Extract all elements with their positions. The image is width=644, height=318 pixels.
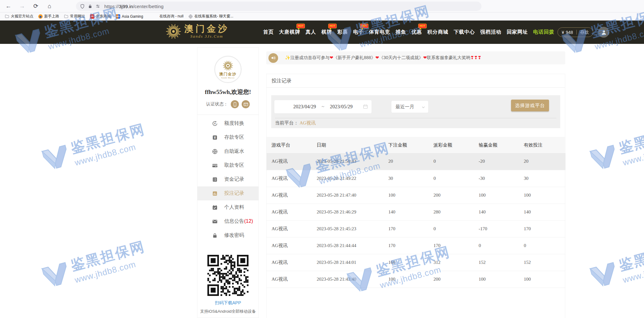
bookmark-label: Asia Gaming [122, 14, 143, 19]
cell-payout-amount: 200 [429, 187, 474, 203]
sidebar-item-自助返水[interactable]: 自助返水 [197, 144, 258, 158]
bookmark-item[interactable]: 火狐官方站点 [5, 14, 33, 19]
hot-badge: HOT [360, 24, 368, 28]
sidebar-item-label: 投注记录 [224, 190, 244, 197]
nav-item-积分商城[interactable]: 积分商城 [427, 29, 448, 35]
lock-icon[interactable] [88, 4, 92, 9]
bookmark-label: 火狐官方站点 [11, 14, 33, 19]
column-header: 下注金额 [383, 137, 429, 153]
bookmark-label: 在线客服系统- 聊天窗... [194, 14, 233, 19]
cell-bet-amount: 140 [383, 203, 429, 220]
cell-date: 2023-05-28 21:45:23 [312, 220, 383, 237]
svg-text:¥: ¥ [214, 122, 216, 125]
sun-logo-icon [166, 24, 181, 39]
profile-icon [212, 204, 218, 211]
bookmark-item[interactable]: 在线客服系统- 聊天窗... [188, 14, 233, 19]
phone-icon[interactable] [231, 100, 239, 108]
cell-bet-amount: 170 [383, 220, 429, 237]
select-platform-button[interactable]: 选择游戏平台 [511, 100, 549, 111]
sidebar-item-资金记录[interactable]: 资金记录 [197, 172, 258, 186]
cell-platform: AG视讯 [267, 271, 312, 288]
deposit-label: 存款 [580, 30, 589, 35]
table-row: AG视讯2023-05-28 21:47:40100200100100 [267, 187, 566, 203]
wallet-pill[interactable]: ¥948 存款 [557, 27, 593, 37]
cell-bet-amount: 160 [383, 254, 429, 271]
funds-icon [212, 176, 218, 183]
cell-payout-amount: 0 [429, 170, 474, 187]
sidebar-item-信息公告[interactable]: 信息公告(12) [197, 214, 258, 228]
forward-button[interactable]: → [17, 2, 27, 11]
sidebar-item-label: 自助返水 [224, 148, 244, 155]
cell-bet-amount: 20 [383, 153, 429, 170]
bookmark-item[interactable]: 在线咨询 - null [159, 14, 183, 19]
nav-item-棋牌[interactable]: 棋牌HOT [321, 29, 332, 35]
cell-platform: AG视讯 [267, 187, 312, 203]
range-select[interactable]: 最近一月 [391, 101, 428, 113]
sidebar-item-存款专区[interactable]: ¥存款专区 [197, 130, 258, 144]
nav-item-大唐棋牌[interactable]: 大唐棋牌HOT [279, 29, 300, 35]
sun-logo-icon [223, 60, 233, 71]
sidebar-item-额度转换[interactable]: ¥额度转换 [197, 116, 258, 130]
cell-platform: AG视讯 [267, 254, 312, 271]
user-avatar-button[interactable] [598, 27, 609, 38]
back-button[interactable]: ← [3, 2, 14, 11]
nav-item-电子[interactable]: 电子HOT [353, 29, 364, 35]
watermark-url: www.jhdb8.com [74, 256, 150, 285]
sidebar-item-投注记录[interactable]: 投注记录 [197, 186, 258, 200]
watermark-logo-icon [587, 259, 622, 292]
folder-icon [5, 14, 9, 19]
cell-platform: AG视讯 [267, 237, 312, 254]
nav-item-回家网址[interactable]: 回家网址 [507, 29, 528, 35]
watermark-url: www.jhdb8.com [622, 256, 644, 285]
sidebar-item-个人资料[interactable]: 个人资料 [197, 200, 258, 214]
watermark-url: www.jhdb8.com [74, 139, 150, 168]
cell-bet-amount: 30 [383, 170, 429, 187]
auth-status-row: 认证状态： [197, 100, 258, 108]
nav-item-首页[interactable]: 首页 [263, 29, 274, 35]
cell-platform: AG视讯 [267, 170, 312, 187]
sidebar-item-修改密码[interactable]: 修改密码 [197, 228, 258, 242]
home-button[interactable]: ⌂ [44, 2, 55, 11]
sidebar-item-取款专区[interactable]: 取款专区 [197, 158, 258, 172]
bookmarks-bar: 火狐官方站点新手上路常用网址JD京东商城AGAsia Gaming在线咨询 - … [0, 12, 644, 21]
date-separator: ~ [322, 104, 324, 110]
nav-item-优惠[interactable]: 优惠HOT [411, 29, 422, 35]
nav-item-彩票[interactable]: 彩票 [337, 29, 348, 35]
site-logo[interactable]: 澳门金沙 Sands 3Js.Com [166, 24, 229, 39]
nav-item-捕鱼[interactable]: 捕鱼 [395, 29, 406, 35]
bookmark-item[interactable]: AGAsia Gaming [116, 14, 143, 19]
announcement-bar: ✨注册成功首存可参与❤《新手开户豪礼888》❤《30天内十二项成就》❤联系客服拿… [266, 51, 565, 64]
nav-item-下载中心[interactable]: 下载中心 [454, 29, 475, 35]
bookmark-item[interactable]: 常用网址 [64, 14, 85, 19]
divider [197, 115, 258, 115]
nav-item-真人[interactable]: 真人 [305, 29, 316, 35]
sidebar-item-label: 存款专区 [224, 134, 244, 141]
shield-icon[interactable] [80, 4, 85, 9]
lock-icon [212, 232, 218, 239]
watermark-logo-icon [587, 141, 622, 175]
cell-bet-amount: 170 [383, 237, 429, 254]
reload-button[interactable]: ⟳ [31, 2, 41, 11]
permissions-icon[interactable] [95, 4, 100, 9]
withdraw-icon [212, 162, 218, 169]
main-nav: 首页大唐棋牌HOT真人棋牌HOT彩票电子HOT体育电竞捕鱼优惠HOT积分商城下载… [263, 21, 554, 44]
nav-item-体育电竞[interactable]: 体育电竞 [369, 29, 390, 35]
bookmark-item[interactable]: 新手上路 [38, 14, 59, 19]
mail-icon [212, 218, 218, 225]
unread-count-badge: (12) [244, 218, 253, 224]
nav-item-电话回拨[interactable]: 电话回拨 [533, 29, 554, 35]
cell-date: 2023-05-28 21:44:44 [312, 237, 383, 254]
nav-item-强档活动[interactable]: 强档活动 [480, 29, 501, 35]
cell-winloss-amount: 0 [474, 237, 519, 254]
cell-payout-amount: 312 [429, 254, 474, 271]
table-row: AG视讯2023-05-28 21:49:22300-3030 [267, 170, 566, 187]
qr-section: 扫码下载APP 支持iOS&Android全部移动设备 [197, 255, 258, 314]
date-range-input[interactable]: 2023/04/29 ~ 2023/05/29 [274, 100, 372, 113]
card-icon[interactable] [242, 100, 250, 108]
bookmark-label: 常用网址 [70, 14, 85, 19]
cell-valid-bet: 0 [519, 237, 566, 254]
url-bar[interactable]: https://3j99.in/center/betting [76, 2, 481, 11]
bookmark-item[interactable]: JD京东商城 [90, 14, 111, 19]
column-header: 派彩金额 [429, 137, 474, 153]
avatar-logo-title: 澳门金沙 [219, 72, 237, 77]
